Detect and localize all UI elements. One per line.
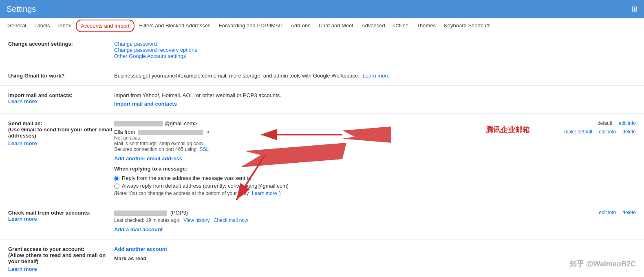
tab-forwarding[interactable]: Forwarding and POP/IMAP [214,18,287,34]
tab-addons[interactable]: Add-ons [287,18,314,34]
smtp-info: Mail is sent through: smtp.exmail.qq.com [114,141,565,146]
check-mail-label: Check mail from other accounts: Learn mo… [8,210,114,222]
gmail-work-body: Businesses get yourname@example.com emai… [114,73,636,79]
tab-keyboard[interactable]: Keyboard Shortcuts [440,18,494,34]
check-mail-body: (POP3) Last checked: 19 minutes ago. Vie… [114,210,636,233]
add-mail-account-link[interactable]: Add a mail account [114,226,163,233]
tab-general[interactable]: General [3,18,30,34]
tab-inbox[interactable]: Inbox [54,18,75,34]
send-mail-sublabel: (Use Gmail to send from your other email… [8,126,114,139]
app-header: Settings ⊞ [0,0,644,18]
reply-label: When replying to a message: [114,166,636,172]
not-alias-text: Not an alias. [114,135,565,141]
add-email-link[interactable]: Add another email address [114,155,182,162]
tab-offline[interactable]: Offline [389,18,412,34]
grant-access-sublabel: (Allow others to read and send mail on y… [8,252,114,264]
settings-content: Change account settings: Change password… [0,34,644,277]
default-status: default [598,120,612,126]
view-history-link[interactable]: View history [183,217,210,223]
reply-learn-more[interactable]: Learn more [252,191,277,196]
gmail-work-label: Using Gmail for work? [8,73,114,79]
change-account-section: Change account settings: Change password… [0,34,644,66]
gmail-work-section: Using Gmail for work? Businesses get you… [0,66,644,86]
ella-suffix: > [207,129,210,135]
tab-themes[interactable]: Themes [412,18,440,34]
reply-default-option: Always reply from default address (curre… [114,183,636,189]
change-account-label: Change account settings: [8,41,114,47]
tab-filters[interactable]: Filters and Blocked Addresses [135,18,215,34]
alias-email-row: Ella from > Not an alias. Mail is sent t… [114,129,636,152]
mark-as-read-label: Mark as read [114,255,636,261]
cn-annotation: 腾讯企业邮箱 [486,125,530,135]
ssl-link[interactable]: SSL [200,146,209,152]
reply-same-radio[interactable] [114,176,119,181]
change-account-body: Change password Change password recovery… [114,41,636,59]
tab-advanced[interactable]: Advanced [357,18,389,34]
pop3-redacted [114,211,167,216]
send-mail-body: @gmail.com> default edit info Ella from … [114,120,636,196]
import-learn-more[interactable]: Learn more [8,98,37,104]
grant-access-body: Add another account Mark as read [114,246,636,261]
google-account-link[interactable]: Other Google Account settings [114,53,186,59]
tab-labels[interactable]: Labels [30,18,54,34]
default-email-row: @gmail.com> default edit info [114,120,636,126]
add-mail-account-container: Add a mail account [114,226,636,233]
email-redacted-2 [138,130,203,135]
grant-access-learn-more[interactable]: Learn more [8,266,114,272]
alias-delete[interactable]: delete [622,129,636,135]
last-checked: Last checked: 19 minutes ago. View histo… [114,217,599,223]
pop3-account-row: (POP3) Last checked: 19 minutes ago. Vie… [114,210,636,223]
add-email-container: Add another email address [114,155,636,162]
check-mail-section: Check mail from other accounts: Learn mo… [0,203,644,239]
email-suffix: @gmail.com> [165,120,197,126]
reply-options-container: When replying to a message: Reply from t… [114,166,636,196]
tab-accounts[interactable]: Accounts and Import [76,20,134,32]
grant-access-label: Grant access to your account: (Allow oth… [8,246,114,272]
make-default-link[interactable]: make default [565,129,593,135]
check-mail-learn-more[interactable]: Learn more [8,216,37,222]
add-another-account-link[interactable]: Add another account [114,246,167,252]
reply-default-label: Always reply from default address (curre… [122,183,289,189]
reply-same-option: Reply from the same address the message … [114,175,636,181]
email-redacted-1 [114,121,163,126]
import-mail-section: Import mail and contacts: Learn more Imp… [0,86,644,114]
send-mail-learn-more[interactable]: Learn more [8,140,114,146]
reply-same-label: Reply from the same address the message … [122,175,251,181]
ssl-info: Secured connection on port 465 using SSL [114,146,565,152]
import-mail-body: Import from Yahoo!, Hotmail, AOL, or oth… [114,92,636,107]
pop3-edit-info[interactable]: edit info [599,210,616,215]
app-title: Settings [7,4,36,14]
change-recovery-link[interactable]: Change password recovery options [114,47,197,53]
alias-edit-info[interactable]: edit info [599,129,616,135]
import-contacts-link[interactable]: Import mail and contacts [114,101,177,107]
gmail-work-learn-more[interactable]: Learn more [362,73,389,79]
nav-tabs: General Labels Inbox Accounts and Import… [0,18,644,34]
change-password-link[interactable]: Change password [114,41,157,47]
reply-default-radio[interactable] [114,184,119,189]
grant-access-section: Grant access to your account: (Allow oth… [0,239,644,277]
default-edit-info[interactable]: edit info [619,120,636,126]
grid-icon[interactable]: ⊞ [631,4,637,13]
check-mail-now-link[interactable]: Check mail now [214,217,248,223]
reply-note: (Note: You can change the address at the… [114,191,636,196]
tab-chat[interactable]: Chat and Meet [315,18,357,34]
send-mail-section: Send mail as: (Use Gmail to send from yo… [0,114,644,203]
ella-prefix: Ella from [114,129,135,135]
reply-radio-group: Reply from the same address the message … [114,175,636,189]
pop3-delete[interactable]: delete [622,210,636,215]
send-mail-label: Send mail as: (Use Gmail to send from yo… [8,120,114,146]
import-mail-label: Import mail and contacts: Learn more [8,92,114,104]
pop3-label: (POP3) [170,210,188,216]
